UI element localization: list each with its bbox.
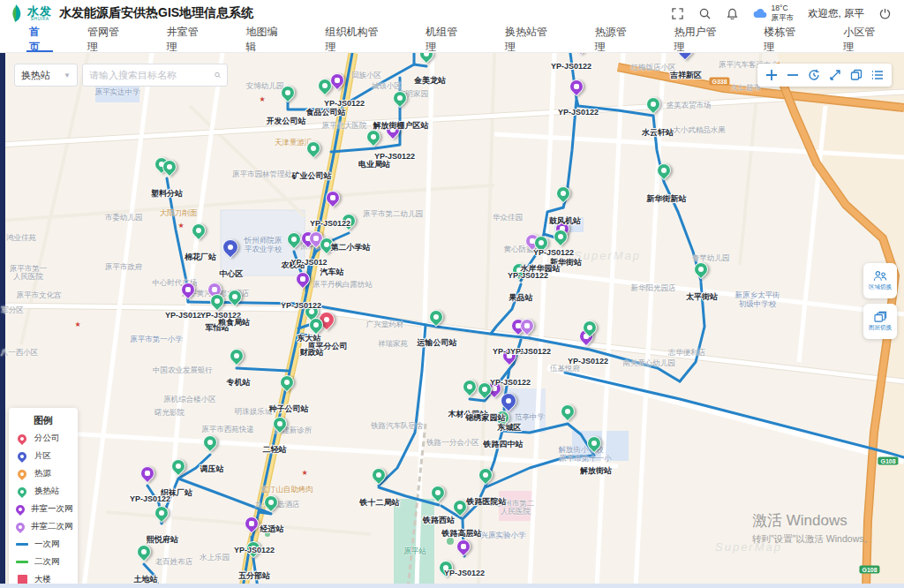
basemap-label: 祥瑞家苑	[378, 340, 408, 349]
layer-switch-label: 图层切换	[869, 324, 892, 332]
basemap-label: 原平市第二幼儿园	[363, 210, 423, 219]
legend-item-一次网: 一次网	[16, 539, 71, 550]
basemap-label: 市委幼儿园	[105, 214, 143, 222]
basemap-label: 久仁超市	[731, 84, 761, 93]
tab-管网管理[interactable]: 管网管理	[69, 26, 148, 52]
map-pin-label: 鼓风机站	[549, 215, 581, 227]
legend-list-button[interactable]	[867, 64, 888, 86]
basemap-label: 原平市文化宫	[17, 291, 62, 300]
map-pin-label: 东城区	[498, 422, 522, 433]
poi-star-icon: ★	[259, 95, 265, 103]
basemap-label: 水上乐园	[200, 554, 230, 562]
reset-view-button[interactable]	[803, 64, 825, 86]
map-pin-label: 熙悦府站	[147, 534, 178, 546]
basemap-label: 八一西小区	[1, 349, 39, 358]
road-badge: G108	[878, 457, 898, 465]
tab-热源管理[interactable]: 热源管理	[576, 26, 656, 52]
map-pin-label: 开发公司站	[267, 116, 306, 127]
legend-label: 片区	[34, 450, 51, 462]
tab-热用户管理[interactable]: 热用户管理	[656, 26, 746, 52]
search-category-value: 换热站	[21, 69, 50, 82]
weather-widget: 18°C 原平市	[753, 4, 795, 22]
app-header: 水发 SHUIFA 水发能源盾安供热GIS地理信息系统 18°C 原平市	[0, 0, 904, 26]
search-input[interactable]	[89, 70, 215, 80]
area-switch-button[interactable]: 区域切换	[863, 263, 897, 298]
map-pin-label: 水云轩站	[642, 127, 674, 139]
map-pin-label: 解放街站	[580, 465, 612, 477]
zoom-in-button[interactable]	[761, 64, 782, 86]
map-pin-label: 铁路医院站	[467, 496, 507, 508]
basemap-label: 铁路汽车队宿舍	[371, 422, 424, 431]
basemap-label: 人民医院	[501, 508, 531, 516]
legend-item-换热站: 换热站	[16, 486, 71, 497]
tab-井室管理[interactable]: 井室管理	[148, 26, 228, 52]
tab-小区管理[interactable]: 小区管理	[825, 26, 904, 52]
weather-temp: 18°C	[772, 4, 795, 13]
map-pin-label: 粮食局站	[218, 317, 250, 328]
fullscreen-icon[interactable]	[671, 7, 684, 20]
tab-地图编辑[interactable]: 地图编辑	[228, 26, 307, 52]
tab-机组管理[interactable]: 机组管理	[407, 26, 486, 52]
basemap-label: 原平市园林管理处	[232, 170, 292, 179]
map-pin-label: 专机站	[227, 377, 251, 388]
road-badge: G108	[859, 566, 879, 574]
legend-label: 换热站	[34, 486, 60, 497]
map-pin-label: 中心区	[220, 268, 244, 280]
map-pin-label: 财政站	[300, 347, 324, 358]
search-category-select[interactable]: 换热站 ▼	[14, 64, 78, 87]
basemap-label: 原平北大医院	[322, 122, 367, 131]
map-pin-label: YP-JS0122	[510, 347, 551, 356]
legend-swatch-pin	[14, 520, 26, 532]
basemap-label: 南关童心幼儿园	[622, 359, 675, 368]
layer-switch-button[interactable]: 图层切换	[863, 304, 897, 339]
poi-star-icon: ★	[74, 320, 80, 328]
map-pin-label: 金美龙站	[414, 75, 446, 87]
legend-swatch-line	[16, 561, 28, 563]
basemap-label: 原平市第一小学	[130, 335, 183, 344]
map-left-edge	[0, 53, 5, 588]
map-pin-label: YP-JS0122	[568, 357, 608, 366]
windows-activation-watermark: 激活 Windows 转到"设置"以激活 Windows。	[752, 510, 873, 546]
search-input-wrap	[82, 64, 228, 87]
map-pin-label: YP-JS0122	[551, 62, 591, 71]
tab-楼栋管理[interactable]: 楼栋管理	[745, 26, 825, 52]
map-pin-label: YP-JS0122	[444, 569, 485, 577]
legend-label: 井室二次网	[31, 521, 73, 532]
basemap-label: 红梅饭店小区	[631, 64, 676, 72]
basemap-label: 人民医院	[13, 273, 43, 282]
map-pin-label: YP-JS0122	[130, 494, 170, 503]
poi-star-icon: ★	[301, 469, 307, 477]
legend-item-片区: 片区	[16, 450, 71, 462]
basemap-label: 志华便利店	[668, 349, 706, 358]
basemap-label: 平农业学校	[245, 245, 282, 254]
welcome-text: 欢迎您, 原平	[808, 7, 864, 20]
logout-icon[interactable]	[878, 7, 892, 20]
map-pin-label: 果品站	[509, 292, 533, 304]
tile-watermark: SuperMap	[574, 249, 641, 262]
map-pin-label: 解放街棚户区站	[373, 120, 429, 132]
map-pin-label: YP-JS0122	[234, 546, 275, 554]
basemap-label: 明珠娱乐城	[235, 408, 273, 417]
tab-组织机构管理[interactable]: 组织机构管理	[306, 26, 407, 52]
map-pin-label: 铁路四中站	[484, 439, 524, 450]
tab-首页[interactable]: 首页	[11, 26, 69, 52]
map-pin-label: 棉花厂站	[185, 252, 216, 263]
measure-button[interactable]	[825, 64, 846, 86]
legend-label: 分公司	[34, 433, 60, 444]
map-canvas[interactable]: 换热站 ▼ 区域切换 图层切换	[0, 53, 904, 588]
search-icon[interactable]	[698, 7, 712, 20]
map-pin-label: 新华街新站	[647, 193, 687, 205]
map-pin-label: 塑料分站	[151, 188, 183, 200]
bell-icon[interactable]	[726, 7, 739, 20]
zoom-out-button[interactable]	[782, 64, 803, 86]
basemap-label: 范亭中学	[515, 413, 545, 422]
layers-button[interactable]	[846, 64, 867, 86]
windows-activation-line2: 转到"设置"以激活 Windows。	[752, 533, 873, 546]
search-input-icon[interactable]	[215, 70, 221, 80]
map-pin-label: 铁十二局站	[360, 497, 400, 509]
basemap-label: 大小武精品水果	[673, 126, 726, 135]
basemap-label: 回族小区	[351, 72, 381, 80]
map-pin-label: YP-JS0122	[558, 108, 599, 117]
map-pin-label: YP-JS0122	[490, 378, 531, 387]
tab-换热站管理[interactable]: 换热站管理	[486, 26, 576, 52]
